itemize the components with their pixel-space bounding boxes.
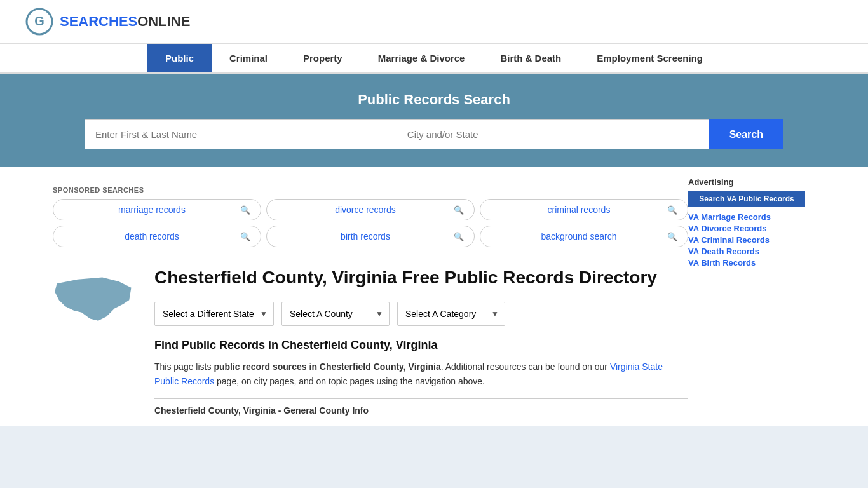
sub-heading: Find Public Records in Chesterfield Coun… [154,339,688,352]
sidebar-link-marriage[interactable]: VA Marriage Records [688,212,805,222]
pill-divorce-records[interactable]: divorce records 🔍 [266,199,475,220]
search-icon-2: 🔍 [454,205,464,215]
content-main: Chesterfield County, Virginia Free Publi… [154,266,688,416]
county-info-bar: Chesterfield County, Virginia - General … [154,398,688,416]
name-input[interactable] [85,119,397,149]
page-title: Chesterfield County, Virginia Free Publi… [154,266,688,289]
nav-item-marriage-divorce[interactable]: Marriage & Divorce [360,44,483,72]
search-icon-1: 🔍 [240,205,250,215]
description-part3: page, on city pages, and on topic pages … [214,376,485,386]
description-bold: public record sources in Chesterfield Co… [214,362,440,372]
nav-item-property[interactable]: Property [285,44,360,72]
site-header: G SEARCHESONLINE [0,0,868,44]
nav-item-employment[interactable]: Employment Screening [579,44,721,72]
sidebar-link-divorce[interactable]: VA Divorce Records [688,224,805,233]
sponsored-label: SPONSORED SEARCHES [53,186,688,194]
description-part1: This page lists [154,362,214,372]
category-dropdown-wrapper: Select A Category ▼ [397,302,505,326]
logo-icon: G [25,8,53,36]
pill-criminal-records-text: criminal records [491,205,667,215]
search-form: Search [85,119,783,149]
description: This page lists public record sources in… [154,360,688,388]
search-icon-5: 🔍 [454,232,464,241]
logo[interactable]: G SEARCHESONLINE [25,8,190,36]
sidebar-link-death[interactable]: VA Death Records [688,247,805,256]
nav-item-public[interactable]: Public [147,44,212,72]
pill-marriage-records-text: marriage records [64,205,240,215]
county-dropdown-wrapper: Select A County ▼ [281,302,390,326]
state-dropdown-wrapper: Select a Different State ▼ [154,302,274,326]
pill-death-records-text: death records [64,231,240,241]
svg-marker-2 [55,278,131,321]
content-area: SPONSORED SEARCHES marriage records 🔍 di… [53,167,688,426]
pill-marriage-records[interactable]: marriage records 🔍 [53,199,261,220]
search-button[interactable]: Search [709,119,783,149]
pill-birth-records[interactable]: birth records 🔍 [266,226,475,247]
search-banner-title: Public Records Search [25,92,843,108]
description-part2: . Additional resources can be found on o… [441,362,610,372]
search-icon-3: 🔍 [667,205,677,215]
logo-text-black: ONLINE [137,13,190,29]
sidebar-ad-section: Advertising Search VA Public Records VA … [688,177,805,268]
search-icon-4: 🔍 [240,232,250,241]
sidebar: Advertising Search VA Public Records VA … [688,167,815,426]
pill-criminal-records[interactable]: criminal records 🔍 [480,199,688,220]
virginia-map-svg [53,266,135,330]
pill-birth-records-text: birth records [277,231,454,241]
county-dropdown[interactable]: Select A County [281,302,390,326]
pill-death-records[interactable]: death records 🔍 [53,226,261,247]
sidebar-link-criminal[interactable]: VA Criminal Records [688,235,805,245]
svg-text:G: G [34,14,44,28]
sidebar-ad-label: Advertising [688,177,805,187]
main-container: SPONSORED SEARCHES marriage records 🔍 di… [40,167,828,426]
main-nav: Public Criminal Property Marriage & Divo… [0,44,868,74]
logo-text: SEARCHESONLINE [60,13,190,30]
pill-background-search-text: background search [491,231,667,241]
dropdown-row: Select a Different State ▼ Select A Coun… [154,302,688,326]
sidebar-link-birth[interactable]: VA Birth Records [688,258,805,268]
logo-text-blue: SEARCHES [60,13,137,29]
sponsored-section: SPONSORED SEARCHES marriage records 🔍 di… [53,177,688,266]
county-info-heading: Chesterfield County, Virginia - General … [154,405,688,416]
category-dropdown[interactable]: Select A Category [397,302,505,326]
state-dropdown[interactable]: Select a Different State [154,302,274,326]
nav-item-birth-death[interactable]: Birth & Death [482,44,579,72]
nav-item-criminal[interactable]: Criminal [212,44,285,72]
content-section: Chesterfield County, Virginia Free Publi… [53,266,688,416]
sidebar-ad-button[interactable]: Search VA Public Records [688,191,805,207]
search-banner: Public Records Search Search [0,74,868,167]
search-pills: marriage records 🔍 divorce records 🔍 cri… [53,199,688,247]
state-map [53,266,142,416]
search-icon-6: 🔍 [667,232,677,241]
pill-divorce-records-text: divorce records [277,205,454,215]
location-input[interactable] [397,119,709,149]
pill-background-search[interactable]: background search 🔍 [480,226,688,247]
